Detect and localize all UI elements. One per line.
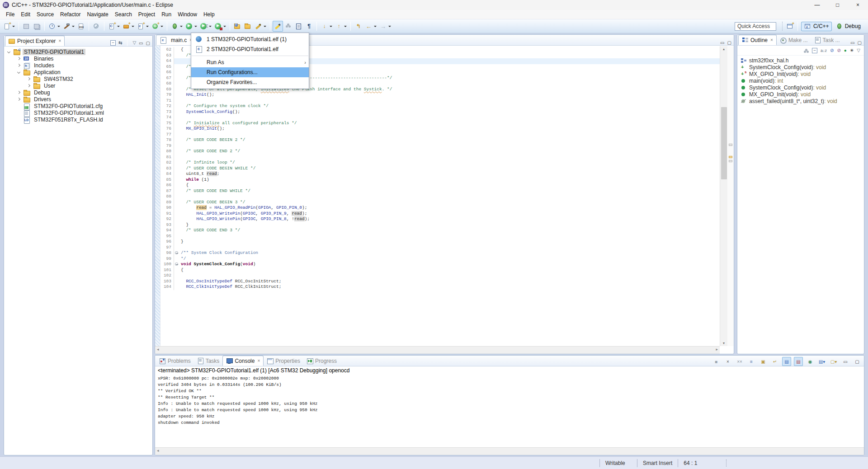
- fold-gutter[interactable]: [174, 262, 180, 267]
- maximize-editor-button[interactable]: ▢: [727, 40, 731, 45]
- filter-button[interactable]: ✳: [850, 47, 854, 54]
- maximize-view-button[interactable]: ▢: [858, 40, 862, 45]
- outline-item[interactable]: sMX_GPIO_Init(void) : void: [740, 70, 864, 77]
- run-menu-item-1[interactable]: 1 STM32F0-GPIOTutorial1.elf (1): [191, 34, 309, 44]
- code-editor[interactable]: 62{63 /* USER CODE BEGIN 1 */6465 /* USE…: [155, 46, 720, 346]
- skip-breakpoints-button[interactable]: [91, 21, 102, 32]
- tab-problems[interactable]: Problems: [156, 356, 194, 366]
- dropdown-arrow-icon[interactable]: [264, 26, 266, 27]
- run-as-item[interactable]: Run As›: [191, 57, 309, 67]
- outline-item[interactable]: SystemClock_Config(void) : void: [740, 84, 864, 91]
- terminate-button[interactable]: ■: [712, 357, 721, 366]
- remove-launch-button[interactable]: ×: [723, 357, 732, 366]
- outline-item[interactable]: MX_GPIO_Init(void) : void: [740, 91, 864, 98]
- dropdown-arrow-icon[interactable]: [180, 26, 183, 27]
- close-tab-icon[interactable]: ×: [58, 38, 61, 43]
- dropdown-arrow-icon[interactable]: [209, 26, 212, 27]
- expand-chevron-icon[interactable]: [27, 84, 30, 87]
- open-console-button[interactable]: ▢▾: [829, 357, 838, 366]
- menu-search[interactable]: Search: [112, 10, 135, 19]
- dropdown-arrow-icon[interactable]: [146, 26, 149, 27]
- tab-outline[interactable]: Outline×: [738, 35, 777, 45]
- hide-static-button[interactable]: ⊘: [837, 47, 840, 54]
- minimize-button[interactable]: —: [807, 0, 827, 10]
- expand-chevron-icon[interactable]: [7, 50, 10, 53]
- tree-item[interactable]: User: [4, 82, 152, 89]
- show-stderr-button[interactable]: ▤: [794, 357, 803, 366]
- outline-item[interactable]: main(void) : int: [740, 77, 864, 84]
- menu-run[interactable]: Run: [158, 10, 175, 19]
- fold-collapse-icon[interactable]: [175, 251, 178, 254]
- inactive-code-button[interactable]: [283, 21, 293, 32]
- back-button[interactable]: ←: [363, 21, 378, 32]
- scroll-left-icon[interactable]: ◂: [157, 347, 159, 352]
- tree-item[interactable]: SW4STM32: [4, 75, 152, 82]
- hide-fields-button[interactable]: ⊘: [830, 47, 834, 54]
- menu-project[interactable]: Project: [135, 10, 158, 19]
- maximize-view-button[interactable]: ▢: [853, 357, 862, 366]
- clear-console-button[interactable]: ≡: [747, 357, 756, 366]
- collapse-all-button[interactable]: −: [812, 48, 817, 53]
- next-annotation-button[interactable]: ↓: [319, 21, 334, 32]
- dropdown-arrow-icon[interactable]: [12, 26, 15, 27]
- view-menu-button[interactable]: ▽: [857, 47, 860, 54]
- expand-chevron-icon[interactable]: [27, 77, 30, 80]
- expand-chevron-icon[interactable]: [17, 91, 20, 94]
- close-tab-icon[interactable]: ×: [770, 38, 773, 42]
- tree-item[interactable]: STM32F0-GPIOTutorial1.xml: [4, 109, 152, 116]
- open-perspective-button[interactable]: +: [785, 21, 795, 32]
- editor-vertical-scrollbar[interactable]: ▴ ▾: [720, 46, 727, 346]
- binary-file-button[interactable]: 010: [76, 21, 86, 32]
- scroll-down-icon[interactable]: ▾: [720, 341, 727, 345]
- tree-item[interactable]: Binaries: [4, 55, 152, 62]
- new-c-file-button[interactable]: c+: [136, 21, 150, 32]
- minimize-editor-button[interactable]: ▭: [720, 40, 724, 45]
- prev-annotation-button[interactable]: ↑: [334, 21, 348, 32]
- dropdown-arrow-icon[interactable]: [374, 26, 377, 27]
- word-wrap-button[interactable]: ↵: [770, 357, 779, 366]
- scroll-left-icon[interactable]: ◂: [157, 448, 159, 453]
- search-brush-button[interactable]: [253, 21, 268, 32]
- menu-window[interactable]: Window: [175, 10, 200, 19]
- view-menu-button[interactable]: ▽: [132, 40, 136, 46]
- open-declaration-button[interactable]: [293, 21, 304, 32]
- dropdown-arrow-icon[interactable]: [117, 26, 120, 27]
- expand-chevron-icon[interactable]: [17, 64, 20, 67]
- menu-refactor[interactable]: Refactor: [57, 10, 84, 19]
- maximize-view-button[interactable]: ▢: [146, 41, 150, 46]
- generate-button[interactable]: +: [150, 21, 165, 32]
- minimize-view-button[interactable]: ▭: [850, 40, 854, 45]
- tab-properties[interactable]: Properties: [264, 356, 303, 366]
- tree-item[interactable]: STM32F051R8Tx_FLASH.ld: [4, 116, 152, 123]
- maximize-button[interactable]: □: [827, 0, 848, 10]
- sort-button[interactable]: a↓z: [821, 47, 827, 54]
- overview-ruler[interactable]: [727, 46, 734, 346]
- tab-main-c[interactable]: c main.c ×: [156, 35, 196, 45]
- quick-access-input[interactable]: Quick Access: [735, 22, 776, 31]
- new-cpp-project-button[interactable]: +: [121, 21, 136, 32]
- dropdown-arrow-icon[interactable]: [57, 26, 60, 27]
- scrollbar-thumb[interactable]: [721, 107, 727, 179]
- expand-chevron-icon[interactable]: [17, 70, 20, 74]
- console-horizontal-scrollbar[interactable]: ◂: [155, 447, 864, 455]
- tab-make[interactable]: Make ...: [777, 35, 811, 45]
- run-history-button[interactable]: [198, 21, 213, 32]
- tab-task[interactable]: Task ...: [811, 35, 843, 45]
- save-all-button[interactable]: [32, 21, 42, 32]
- console-output[interactable]: xPSR: 0x61000000 pc: 0x2000002e msp: 0x2…: [156, 375, 863, 447]
- expand-chevron-icon[interactable]: [17, 98, 20, 101]
- profile-button[interactable]: [213, 21, 227, 32]
- outline-item[interactable]: assert_failed(uint8_t*, uint32_t) : void: [740, 98, 864, 104]
- new-c-project-button[interactable]: C+: [107, 21, 121, 32]
- dropdown-arrow-icon[interactable]: [194, 26, 197, 27]
- tree-item[interactable]: Includes: [4, 62, 152, 69]
- focus-icon[interactable]: [802, 48, 809, 53]
- minimize-view-button[interactable]: ▭: [841, 357, 850, 366]
- tree-item[interactable]: Debug: [4, 89, 152, 96]
- run-button[interactable]: [184, 21, 198, 32]
- menu-source[interactable]: Source: [33, 10, 57, 19]
- dropdown-arrow-icon[interactable]: [388, 26, 391, 27]
- debug-button[interactable]: [170, 21, 184, 32]
- scroll-lock-button[interactable]: ▣: [759, 357, 768, 366]
- scroll-up-icon[interactable]: ▴: [720, 47, 727, 51]
